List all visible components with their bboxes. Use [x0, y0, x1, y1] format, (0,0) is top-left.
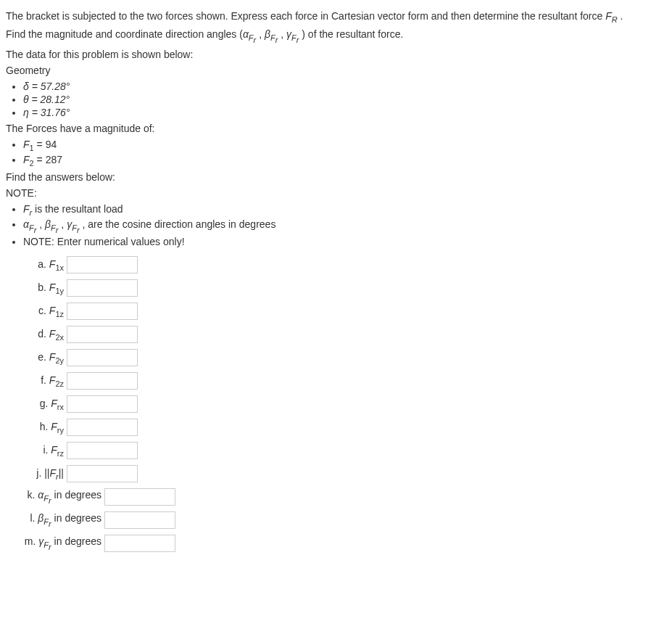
- input-frx[interactable]: [67, 395, 138, 413]
- label-i: i. Frz: [23, 444, 67, 458]
- geometry-label: Geometry: [6, 65, 666, 76]
- label-f: f. F2z: [23, 374, 67, 388]
- row-j: j. ||Fr||: [23, 465, 666, 482]
- input-f1x[interactable]: [67, 256, 138, 274]
- row-l: l. βFr in degrees: [23, 511, 666, 529]
- p1-suffix: .: [618, 10, 623, 22]
- input-frz[interactable]: [67, 442, 138, 459]
- input-f2z[interactable]: [67, 372, 138, 390]
- geometry-list: δ = 57.28° θ = 28.12° η = 31.76°: [6, 81, 666, 118]
- row-f: f. F2z: [23, 372, 666, 390]
- row-d: d. F2x: [23, 326, 666, 343]
- forces-list: F1 = 94 F2 = 287: [6, 139, 666, 168]
- row-b: b. F1y: [23, 279, 666, 297]
- row-a: a. F1x: [23, 256, 666, 274]
- label-b: b. F1y: [23, 281, 67, 295]
- input-beta[interactable]: [104, 511, 175, 529]
- row-h: h. Fry: [23, 419, 666, 436]
- p1-sub: R: [612, 15, 618, 24]
- label-h: h. Fry: [23, 421, 67, 435]
- p2-bsub: Fr: [270, 33, 278, 42]
- note-2: αFr , βFr , γFr , are the cosine directi…: [23, 218, 666, 234]
- note-1: Fr is the resultant load: [23, 203, 666, 217]
- label-e: e. F2y: [23, 351, 67, 365]
- forces-header: The Forces have a magnitude of:: [6, 123, 666, 134]
- label-a: a. F1x: [23, 258, 67, 272]
- p1-var: F: [605, 10, 612, 22]
- p2-prefix: Find the magnitude and coordinate direct…: [6, 28, 243, 40]
- p2-b: β: [265, 28, 270, 40]
- input-f2x[interactable]: [67, 326, 138, 343]
- row-c: c. F1z: [23, 303, 666, 320]
- label-m: m. γFr in degrees: [23, 535, 104, 551]
- geom-delta: δ = 57.28°: [23, 81, 666, 92]
- p2-suffix: ) of the resultant force.: [299, 28, 403, 40]
- problem-text-2: Find the magnitude and coordinate direct…: [6, 28, 666, 44]
- answers-header: Find the answers below:: [6, 171, 666, 183]
- note-3: NOTE: Enter numerical values only!: [23, 236, 666, 247]
- input-fr-mag[interactable]: [67, 465, 138, 482]
- input-gamma[interactable]: [104, 535, 175, 552]
- data-header: The data for this problem is shown below…: [6, 49, 666, 60]
- row-e: e. F2y: [23, 349, 666, 366]
- input-f1z[interactable]: [67, 303, 138, 320]
- row-m: m. γFr in degrees: [23, 535, 666, 552]
- label-d: d. F2x: [23, 328, 67, 342]
- label-l: l. βFr in degrees: [23, 512, 104, 528]
- p2-g: γ: [286, 28, 291, 40]
- input-f2y[interactable]: [67, 349, 138, 366]
- row-i: i. Frz: [23, 442, 666, 459]
- p2-asub: Fr: [249, 33, 256, 42]
- input-alpha[interactable]: [104, 488, 175, 506]
- p1-prefix: The bracket is subjected to the two forc…: [6, 10, 605, 22]
- label-c: c. F1z: [23, 305, 67, 318]
- label-j: j. ||Fr||: [23, 467, 67, 481]
- p2-gsub: Fr: [291, 33, 299, 42]
- force-1: F1 = 94: [23, 139, 666, 152]
- row-g: g. Frx: [23, 395, 666, 413]
- geom-eta: η = 31.76°: [23, 107, 666, 118]
- input-f1y[interactable]: [67, 279, 138, 297]
- label-k: k. αFr in degrees: [23, 489, 104, 505]
- row-k: k. αFr in degrees: [23, 488, 666, 506]
- p2-a: α: [243, 28, 249, 40]
- note-label: NOTE:: [6, 187, 666, 199]
- answers-section: a. F1x b. F1y c. F1z d. F2x e. F2y f. F2…: [23, 256, 666, 552]
- label-g: g. Frx: [23, 398, 67, 411]
- force-2: F2 = 287: [23, 154, 666, 168]
- input-fry[interactable]: [67, 419, 138, 436]
- geom-theta: θ = 28.12°: [23, 94, 666, 105]
- notes-list: Fr is the resultant load αFr , βFr , γFr…: [6, 203, 666, 247]
- problem-text-1: The bracket is subjected to the two forc…: [6, 10, 666, 24]
